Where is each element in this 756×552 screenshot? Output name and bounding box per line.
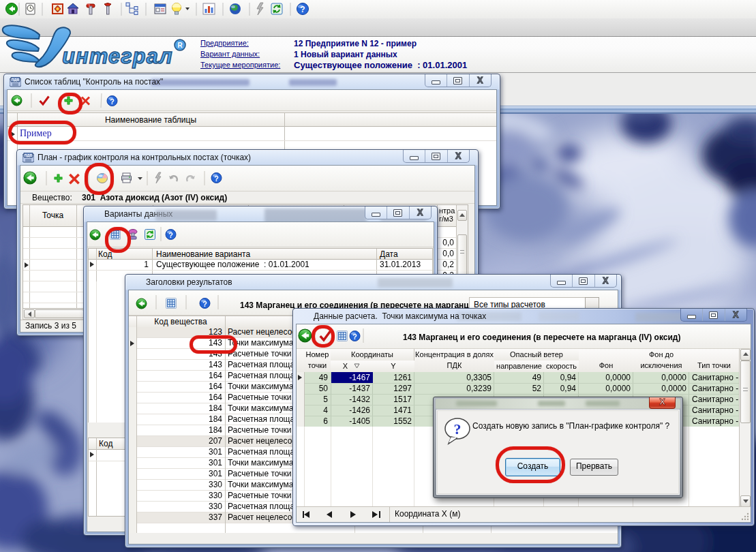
svg-text:R: R bbox=[177, 42, 183, 49]
svg-text:?: ? bbox=[454, 420, 462, 438]
svg-text:интеграл: интеграл bbox=[62, 44, 172, 68]
svg-text:?: ? bbox=[300, 5, 305, 14]
